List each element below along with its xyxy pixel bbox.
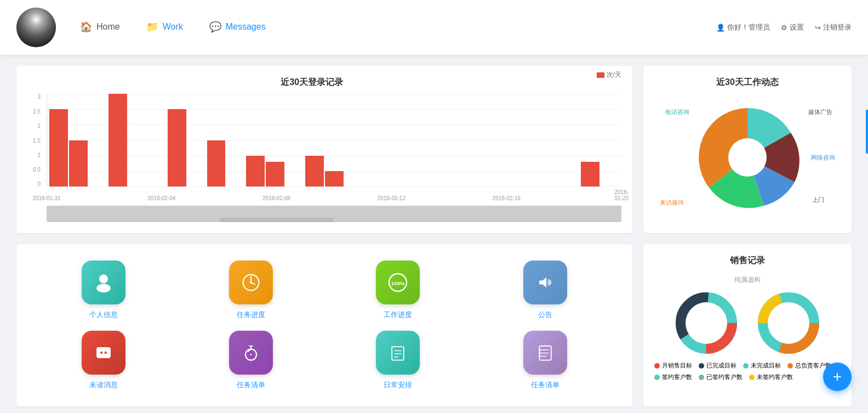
settings-label: 设置 — [790, 22, 804, 32]
bar-item — [246, 156, 265, 186]
unread-messages-label: 未读消息 — [89, 380, 118, 390]
announcement-icon — [523, 261, 567, 304]
legend-entry: 总负责客户数 — [787, 361, 831, 370]
svg-rect-6 — [96, 347, 111, 358]
bars — [47, 94, 621, 186]
shortcut-item-personal-info[interactable]: 个人信息 — [33, 261, 175, 320]
legend-text: 已完成目标 — [706, 361, 736, 370]
legend-text: 签约客户数 — [662, 373, 692, 381]
svg-text:100%: 100% — [391, 280, 405, 286]
y-label: 1 — [27, 152, 41, 158]
messages-icon: 💬 — [209, 21, 221, 33]
shortcut-item-announcement[interactable]: 公告 — [475, 261, 616, 320]
svg-point-19 — [540, 349, 541, 351]
shortcut-item-task-list2[interactable]: 任务清单 — [475, 331, 616, 390]
x-labels: 2018-01-312018-02-042018-02-082018-02-12… — [47, 188, 621, 203]
top-row: 近30天登录记录 次/天 32.521.510.50 2018-01-31201… — [16, 66, 852, 233]
pie-label-network: 网络咨询 — [811, 154, 835, 162]
legend-entry: 未完成目标 — [743, 361, 781, 370]
sales-legend: 月销售目标已完成目标未完成目标总负责客户数签约客户数已签约客户数未签约客户数 — [654, 361, 841, 381]
logout-label: 注销登录 — [823, 22, 852, 32]
y-label: 2.5 — [27, 109, 41, 115]
nav-item-work[interactable]: 📁 Work — [133, 15, 196, 40]
pie-label-visit: 来访接待 — [660, 199, 684, 207]
work-progress-label: 工作进度 — [384, 310, 412, 320]
gear-icon: ⚙ — [781, 24, 787, 32]
fab-icon: + — [833, 368, 842, 386]
pie-label-media: 媒体广告 — [808, 108, 832, 116]
bottom-row: 个人信息任务进度100%工作进度公告未读消息任务清单日常安排任务清单 销售记录 … — [16, 244, 852, 406]
bar-item — [49, 109, 68, 186]
nav-item-home[interactable]: 🏠 Home — [67, 15, 133, 40]
login-chart-card: 近30天登录记录 次/天 32.521.510.50 2018-01-31201… — [16, 66, 632, 233]
nav-home-label: Home — [96, 22, 120, 32]
shortcut-item-task-progress[interactable]: 任务进度 — [180, 261, 322, 320]
sales-card: 销售记录 纯属虚构 月销售目标已完成目标未完成目标总负责客户数签 — [643, 244, 852, 406]
svg-point-8 — [105, 352, 107, 354]
mini-scroll-handle[interactable] — [219, 218, 334, 222]
bar-chart: 32.521.510.50 2018-01-312018-02-042018-0… — [27, 94, 621, 203]
svg-point-0 — [99, 275, 108, 284]
nav-work-label: Work — [163, 22, 183, 32]
shortcut-item-work-progress[interactable]: 100%工作进度 — [327, 261, 469, 320]
pie-label-phone: 电话咨询 — [665, 108, 689, 116]
home-icon: 🏠 — [80, 21, 92, 33]
legend-entry: 月销售目标 — [654, 361, 692, 370]
task-progress-label: 任务进度 — [237, 310, 265, 320]
task-list-icon — [229, 331, 273, 375]
x-label: 2018-02-08 — [262, 195, 290, 201]
right-panel-divider — [866, 110, 868, 154]
bar-item — [325, 171, 344, 186]
bar-item — [108, 94, 127, 186]
sales-subtitle: 纯属虚构 — [654, 275, 841, 285]
y-label: 1.5 — [27, 138, 41, 144]
shortcut-item-daily-schedule[interactable]: 日常安排 — [327, 331, 469, 390]
bar-item — [69, 140, 88, 187]
pie-label-door: 上门 — [812, 196, 824, 204]
nav-item-messages[interactable]: 💬 Messages — [196, 15, 279, 40]
legend-text: 月销售目标 — [662, 361, 692, 370]
donut2-center — [768, 302, 809, 344]
legend-text: 未完成目标 — [751, 361, 781, 370]
y-axis: 32.521.510.50 — [27, 94, 43, 187]
fab-button[interactable]: + — [823, 363, 852, 391]
user-icon: 👤 — [716, 24, 725, 32]
svg-point-3 — [250, 281, 252, 284]
y-label: 0.5 — [27, 167, 41, 173]
legend-text: 已签约客户数 — [706, 373, 743, 381]
avatar — [16, 8, 56, 47]
logout-button[interactable]: ↪ 注销登录 — [815, 22, 852, 32]
legend-entry: 已完成目标 — [699, 361, 736, 370]
sales-title: 销售记录 — [654, 255, 841, 267]
header: 🏠 Home 📁 Work 💬 Messages 👤 你好！管理员 ⚙ 设置 ↪… — [0, 0, 868, 55]
header-right: 👤 你好！管理员 ⚙ 设置 ↪ 注销登录 — [716, 22, 852, 32]
svg-point-7 — [100, 352, 103, 354]
donut-chart-1 — [673, 290, 739, 356]
x-label: 2018-02-04 — [147, 195, 175, 201]
shortcut-item-task-list[interactable]: 任务清单 — [180, 331, 322, 390]
legend-color-red — [597, 72, 604, 78]
donut-chart-2 — [756, 290, 821, 356]
legend-dot — [699, 363, 704, 369]
legend-dot — [743, 363, 749, 369]
y-label: 0 — [27, 181, 41, 187]
legend-entry: 已签约客户数 — [699, 373, 743, 381]
chart-area — [47, 94, 621, 187]
personal-info-icon — [82, 261, 125, 304]
bar-item — [266, 162, 284, 186]
legend-dot — [787, 363, 793, 369]
legend-dot — [654, 363, 660, 369]
mini-chart[interactable] — [47, 206, 621, 222]
pie-labels: 电话咨询 媒体广告 网络咨询 上门 来访接待 — [654, 97, 841, 218]
legend-entry: 签约客户数 — [654, 373, 692, 381]
shortcut-item-unread-messages[interactable]: 未读消息 — [33, 331, 175, 390]
work-icon: 📁 — [146, 21, 158, 33]
announcement-label: 公告 — [538, 310, 552, 320]
daily-schedule-label: 日常安排 — [384, 380, 412, 390]
task-progress-icon — [229, 261, 273, 304]
settings-button[interactable]: ⚙ 设置 — [781, 22, 804, 32]
legend-text: 未签约客户数 — [757, 373, 793, 381]
x-label: 2018-02-16 — [493, 195, 521, 201]
sales-donut-row — [654, 290, 841, 356]
legend-entry: 未签约客户数 — [749, 373, 793, 381]
